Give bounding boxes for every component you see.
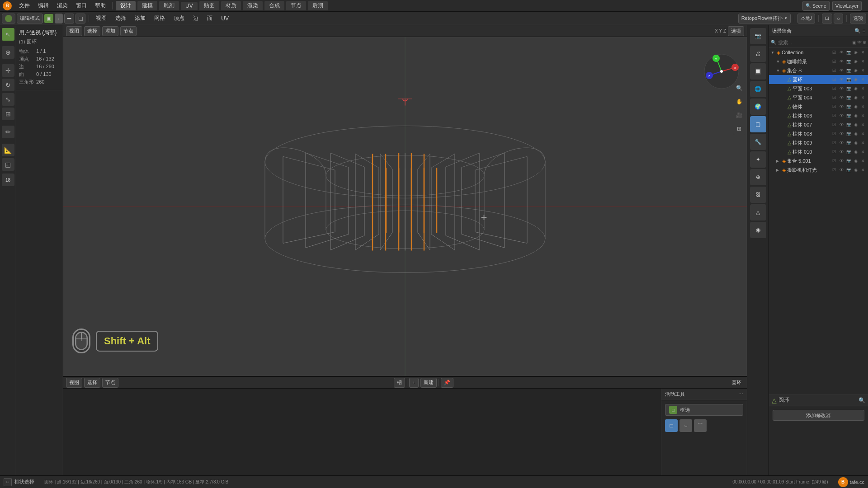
z7-view[interactable]: 👁 [838, 122, 844, 128]
filter-btn1[interactable]: ▣ [852, 40, 856, 45]
o1-render[interactable]: 📷 [845, 103, 852, 110]
proportional-btn[interactable]: ○ [834, 14, 843, 23]
face-menu[interactable]: 面 [203, 14, 216, 23]
measure-tool[interactable]: 📐 [2, 144, 14, 156]
add-strip-btn[interactable]: + [409, 378, 418, 388]
z9-view[interactable]: 👁 [838, 140, 844, 146]
timeline-view-menu[interactable]: 视图 [66, 378, 82, 388]
zoom-in-icon[interactable]: 🔍 [733, 82, 745, 94]
dh-view[interactable]: 👁 [838, 76, 844, 83]
j5-exclude[interactable]: ◉ [853, 67, 859, 74]
cursor-tool[interactable]: ⊕ [2, 46, 14, 59]
p3-view[interactable]: 👁 [838, 85, 844, 92]
j501-view[interactable]: 👁 [838, 158, 844, 164]
filter-btn3[interactable]: ⊕ [863, 40, 866, 45]
add-modifier-button[interactable]: 添加修改器 [773, 410, 864, 421]
j5-check[interactable]: ☑ [831, 67, 837, 74]
j5-render[interactable]: 📷 [845, 67, 852, 74]
col-lock[interactable]: ✕ [860, 49, 866, 56]
z9-exclude[interactable]: ◉ [853, 140, 859, 146]
cl-lock[interactable]: ✕ [860, 167, 866, 173]
render-props-icon[interactable]: 📷 [750, 28, 766, 44]
select-mode-box[interactable]: □ [665, 419, 678, 432]
active-tools-more[interactable]: ⋯ [738, 391, 743, 397]
p3-render[interactable]: 📷 [845, 85, 852, 92]
tab-sculpt[interactable]: 雕刻 [159, 1, 179, 10]
z6-exclude[interactable]: ◉ [853, 113, 859, 119]
z6-check[interactable]: ☑ [831, 113, 837, 119]
menu-edit[interactable]: 编辑 [34, 1, 52, 10]
select-mode-circle[interactable]: ○ [679, 419, 692, 432]
z8-check[interactable]: ☑ [831, 131, 837, 137]
filter-btn2[interactable]: 👁 [857, 40, 862, 45]
z9-render[interactable]: 📷 [845, 140, 852, 146]
tab-render[interactable]: 渲染 [243, 1, 263, 10]
timeline-select-menu[interactable]: 选择 [84, 378, 100, 388]
outliner-item-obj1[interactable]: △ 物体 ☑ 👁 📷 ◉ ✕ [769, 102, 868, 111]
move-tool[interactable]: ✛ [2, 64, 14, 77]
timeline-panel[interactable]: 视图 选择 节点 槽 + 新建 📌 圆环 [63, 376, 747, 475]
dh-lock[interactable]: ✕ [860, 76, 866, 83]
p4-exclude[interactable]: ◉ [853, 94, 859, 101]
cl-render[interactable]: 📷 [845, 167, 852, 173]
vertex-menu[interactable]: 顶点 [170, 14, 188, 23]
tab-texture[interactable]: 贴图 [199, 1, 219, 10]
z9-lock[interactable]: ✕ [860, 140, 866, 146]
object-mode-icon[interactable] [2, 14, 15, 23]
status-icon1[interactable]: □ [4, 478, 12, 486]
tab-uv[interactable]: UV [181, 2, 198, 10]
o1-exclude[interactable]: ◉ [853, 103, 859, 110]
rotate-tool[interactable]: ↻ [2, 79, 14, 91]
tab-nodes[interactable]: 后期 [308, 1, 328, 10]
z7-check[interactable]: ☑ [831, 122, 837, 128]
add-cube-tool[interactable]: ◰ [2, 158, 14, 171]
outliner-item-zhuti006[interactable]: △ 柱体 006 ☑ 👁 📷 ◉ ✕ [769, 111, 868, 120]
o1-check[interactable]: ☑ [831, 103, 837, 110]
z6-lock[interactable]: ✕ [860, 113, 866, 119]
retopoflow-dropdown[interactable]: RetopoFlow重拓扑 ▼ [738, 14, 791, 23]
menu-help[interactable]: 帮助 [91, 1, 109, 10]
grid-icon[interactable]: ⊞ [733, 123, 745, 135]
cl-view[interactable]: 👁 [838, 167, 844, 173]
z8-lock[interactable]: ✕ [860, 131, 866, 137]
o1-view[interactable]: 👁 [838, 103, 844, 110]
select-tool[interactable]: ↖ [2, 28, 14, 41]
z8-render[interactable]: 📷 [845, 131, 852, 137]
particles-props-icon[interactable]: ✦ [750, 151, 766, 168]
view-menu[interactable]: 视图 [92, 14, 110, 23]
j501-lock[interactable]: ✕ [860, 158, 866, 164]
data-props-icon[interactable]: △ [750, 204, 766, 221]
dh-render[interactable]: 📷 [845, 76, 852, 83]
col-render[interactable]: 📷 [845, 49, 852, 56]
physics-props-icon[interactable]: ⊕ [750, 169, 766, 185]
select-mode-lasso[interactable]: ⌒ [694, 419, 707, 432]
vertex-mode-btn[interactable]: · [55, 14, 63, 23]
annotate-tool[interactable]: ✏ [2, 126, 14, 138]
outliner-item-collection[interactable]: ◈ Collection ☑ 👁 📷 ◉ ✕ [769, 48, 868, 57]
j501-render[interactable]: 📷 [845, 158, 852, 164]
p4-check[interactable]: ☑ [831, 94, 837, 101]
z7-exclude[interactable]: ◉ [853, 122, 859, 128]
z8-exclude[interactable]: ◉ [853, 131, 859, 137]
pivot-dropdown[interactable]: 本地/ [797, 14, 815, 23]
outliner-item-prev-scene[interactable]: ◈ 咖啡前景 ☑ 👁 📷 ◉ ✕ [769, 57, 868, 66]
p4-render[interactable]: 📷 [845, 94, 852, 101]
world-props-icon[interactable]: 🌍 [750, 99, 766, 115]
scene-props-icon[interactable]: 🌐 [750, 81, 766, 97]
menu-file[interactable]: 文件 [15, 1, 33, 10]
ps-check[interactable]: ☑ [831, 58, 837, 65]
ps-view[interactable]: 👁 [838, 58, 844, 65]
p3-exclude[interactable]: ◉ [853, 85, 859, 92]
vp-view-menu[interactable]: 视图 [66, 26, 82, 36]
p4-lock[interactable]: ✕ [860, 94, 866, 101]
sc-options-icon[interactable]: ≡ [863, 28, 865, 34]
j5-view[interactable]: 👁 [838, 67, 844, 74]
edit-mode-dropdown[interactable]: 编辑模式 [17, 14, 43, 23]
z9-check[interactable]: ☑ [831, 140, 837, 146]
outliner-item-plane003[interactable]: △ 平面 003 ☑ 👁 📷 ◉ ✕ [769, 84, 868, 93]
z6-render[interactable]: 📷 [845, 113, 852, 119]
camera-icon[interactable]: 🎥 [733, 109, 745, 121]
vp-overlay-btn[interactable]: 选项 [728, 26, 744, 36]
mesh-menu[interactable]: 网格 [151, 14, 169, 23]
timeline-markers-menu[interactable]: 节点 [102, 378, 118, 388]
